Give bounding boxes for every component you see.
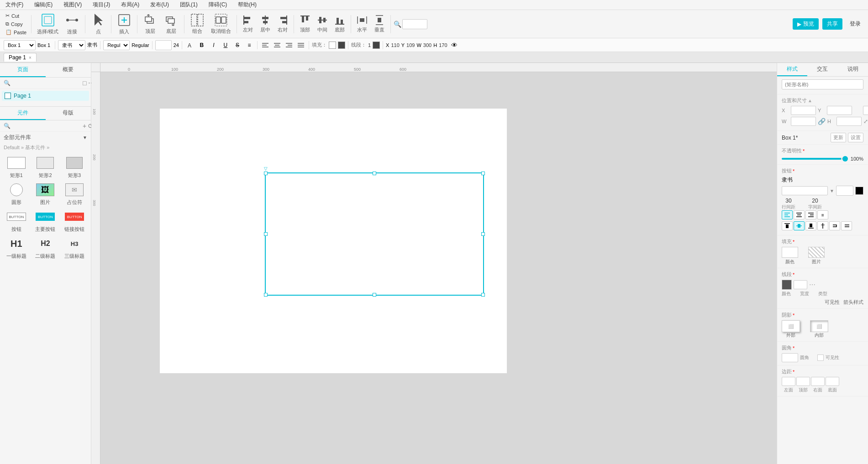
resize-icon[interactable]: ⤢ [863,118,868,125]
comp-h2[interactable]: H2 二级标题 [33,236,58,260]
radius-check[interactable] [817,355,824,361]
italic-button[interactable]: I [209,40,219,50]
align-right-tool[interactable]: 右对 [274,12,291,36]
fill-dark-swatch[interactable] [338,42,345,49]
menu-publish[interactable]: 发布(U) [148,0,171,10]
pad-bottom-input[interactable]: 2 [826,377,839,386]
cut-button[interactable]: ✂ Cut [4,12,28,20]
comp-circle[interactable]: 圆形 [4,182,29,206]
underline-button[interactable]: U [221,40,231,50]
comp-tab-master[interactable]: 母版 [46,107,91,120]
canvas-content[interactable]: ▽ [100,72,777,464]
zoom-input[interactable]: 200% [402,19,427,29]
handle-bl[interactable] [264,293,268,297]
align-center-text-button[interactable] [272,40,282,50]
text-color-button[interactable]: A [185,40,195,50]
radius-input[interactable]: 0 [782,353,798,362]
comp-button[interactable]: BUTTON 按钮 [4,209,29,233]
r-input[interactable]: 0 [863,106,868,115]
tab-pages[interactable]: 页面 [0,63,46,77]
handle-tl[interactable] [264,172,268,175]
list-button[interactable]: ≡ [244,40,254,50]
text-valign-bottom-btn[interactable] [805,221,816,230]
comp-primary-button[interactable]: BUTTON 主要按钮 [33,209,58,233]
shadow-outer[interactable]: ⬜ 外部 [782,320,800,339]
y-input[interactable]: 109 [827,106,852,115]
point-tool[interactable]: 点 [88,12,108,36]
right-tab-interact[interactable]: 交互 [807,63,837,76]
text-valign-top-btn[interactable] [782,221,793,230]
tab-close-icon[interactable]: × [29,55,32,60]
insert-tool[interactable]: 插入 [114,12,134,36]
distribute-h-tool[interactable]: 水平 [354,12,370,36]
fill-color-btn[interactable]: 颜色 [782,247,798,265]
ungroup-tool[interactable]: 取消组合 [208,12,234,36]
menu-view[interactable]: 视图(V) [62,0,84,10]
stroke-color-swatch[interactable] [782,280,792,290]
align-right-text-button[interactable] [284,40,294,50]
fill-color-swatch[interactable] [329,42,336,49]
paste-button[interactable]: 📋 Paste [4,28,28,36]
group-tool[interactable]: 组合 [187,12,207,36]
font-size-input[interactable]: 24 [155,40,172,50]
update2-button[interactable]: 设置 [848,133,863,142]
eye-button[interactable]: 👁 [449,40,459,50]
align-left-tool[interactable]: 左对 [240,12,256,36]
stroke-width-input[interactable]: 1 [794,280,807,289]
stroke-type-icon[interactable]: ⋯ [809,281,815,288]
comp-rect3[interactable]: 矩形3 [62,156,87,179]
font-size-right-input[interactable]: 24 [836,186,853,196]
page-item[interactable]: Page 1 [2,91,89,101]
align-justify-text-button[interactable] [296,40,306,50]
share-button[interactable]: 共享 [822,18,842,30]
bottom-layer-tool[interactable]: 底层 [161,12,181,36]
text-vert-btn[interactable] [817,221,828,230]
menu-edit[interactable]: 编辑(E) [32,0,54,10]
select-tool[interactable]: 选择/模式 [34,12,61,36]
comp-search-input[interactable] [12,123,81,129]
h-input[interactable]: 170 [836,117,862,126]
comp-h1[interactable]: H1 一级标题 [4,236,29,260]
copy-button[interactable]: ⧉ Copy [4,20,28,28]
text-align-center-btn[interactable] [794,210,805,219]
handle-ml[interactable] [264,232,268,236]
align-center-tool[interactable]: 居中 [257,12,274,36]
comp-h3[interactable]: H3 三级标题 [62,236,87,260]
right-tab-style[interactable]: 样式 [777,63,807,76]
comp-rect2[interactable]: 矩形2 [33,156,58,179]
preview-button[interactable]: ▶ 预览 [793,18,819,30]
top-layer-tool[interactable]: 顶层 [140,12,160,36]
handle-tc[interactable] [373,172,376,175]
library-header[interactable]: 全部元件库 ▼ [0,132,91,143]
distribute-v-tool[interactable]: 垂直 [371,12,388,36]
comp-link-button[interactable]: BUTTON 链接按钮 [62,209,87,233]
connect-tool[interactable]: 连接 [62,12,82,36]
w-input[interactable]: 300 [791,117,816,126]
menu-obstacle[interactable]: 障碍(C) [207,0,229,10]
bold-button[interactable]: B [197,40,207,50]
font-weight-input[interactable]: Regular [782,186,828,195]
x-input[interactable]: 110 [791,106,816,115]
login-button[interactable]: 登录 [846,18,864,30]
handle-mr[interactable] [481,232,485,236]
position-chevron[interactable]: ▲ [808,98,812,103]
update-button[interactable]: 更新 [831,133,846,142]
font-family-select[interactable]: 隶书 [58,40,85,50]
strikethrough-button[interactable]: S [232,40,242,50]
selected-box[interactable]: ▽ [265,172,484,296]
opacity-slider[interactable] [782,158,848,160]
align-mid-tool[interactable]: 中间 [314,12,331,36]
comp-placeholder[interactable]: ✉ 占位符 [62,182,87,206]
align-top-tool[interactable]: 顶部 [297,12,313,36]
text-align-right-btn[interactable] [805,210,816,219]
handle-bc[interactable] [373,293,376,297]
fill-image-btn[interactable]: 图片 [808,247,825,265]
menu-project[interactable]: 项目(J) [91,0,112,10]
comp-image[interactable]: 🖼 图片 [33,182,58,206]
pad-right-input[interactable]: 2 [811,377,825,386]
menu-layout[interactable]: 布局(A) [119,0,141,10]
pad-left-input[interactable]: 2 [782,377,795,386]
font-color-swatch[interactable] [855,187,863,195]
menu-file[interactable]: 文件(F) [4,0,25,10]
page-tab[interactable]: Page 1 × [4,53,37,62]
